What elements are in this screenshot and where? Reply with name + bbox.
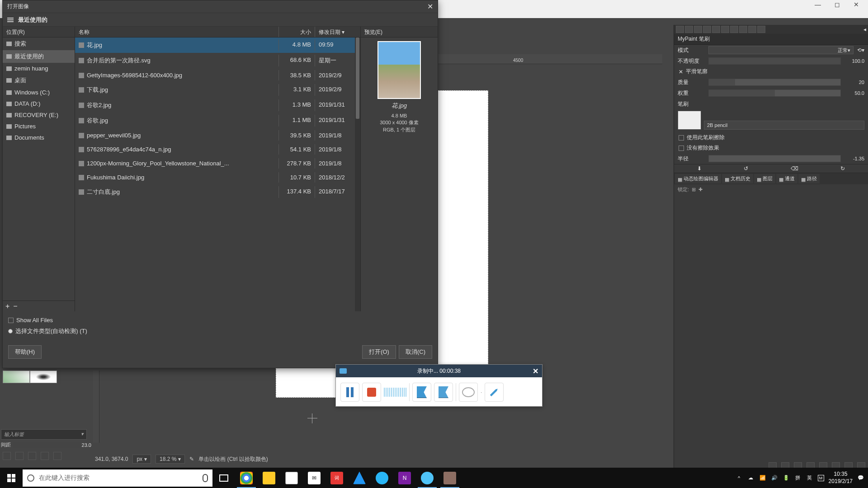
youdao-app-icon[interactable]: 词 [326,468,348,488]
panel-tab-icon[interactable] [721,26,729,33]
add-place-button[interactable]: + [5,302,9,310]
panel-tab-icon[interactable] [685,26,693,33]
taskbar-search[interactable]: 在此键入进行搜索 [23,469,212,487]
panel-tab-icon[interactable] [712,26,720,33]
help-button[interactable]: 帮助(H) [8,345,42,359]
panel-tab-icon[interactable] [703,26,711,33]
file-row[interactable]: 合并后的第一次路径.svg68.6 KB星期一 [75,53,360,68]
panel-tab-icon[interactable] [748,26,756,33]
col-header-date[interactable]: 修改日期 ▾ [315,27,360,37]
ime-mode-icon[interactable]: M [818,475,824,481]
panel-tab[interactable]: ▦路径 [798,174,820,183]
tray-overflow-icon[interactable]: ^ [736,474,743,482]
stop-recording-button[interactable] [362,383,381,402]
chrome-app-icon[interactable] [235,468,258,488]
scrollbar-thumb[interactable] [356,38,359,119]
panel-tab-icon[interactable] [730,26,738,33]
mail-app-icon[interactable]: ✉ [303,468,326,488]
file-row[interactable]: GettyImages-56985412-600x400.jpg38.5 KB2… [75,68,360,82]
brush-name-field[interactable]: 2B pencil [704,121,864,130]
panel-tab-icon[interactable] [694,26,702,33]
radius-slider[interactable] [708,155,841,162]
cancel-button[interactable]: 取消(C) [399,345,432,359]
reset-preset-icon[interactable]: ↺ [744,165,748,172]
taskbar-clock[interactable]: 10:35 2019/2/17 [829,471,853,485]
reset-all-icon[interactable]: ↻ [840,165,845,172]
brush-preview-thumb[interactable] [678,111,701,130]
tag-input[interactable]: 输入标签 ▾ [1,429,87,440]
start-button[interactable] [0,468,23,488]
sidebar-item[interactable]: 最近使用的 [3,50,75,63]
save-preset-icon[interactable]: ⬇ [697,165,702,172]
maximize-btn[interactable]: ◻ [835,1,840,8]
file-list-scrollbar[interactable] [355,38,360,311]
recording-close-button[interactable]: ✕ [533,367,538,375]
file-row[interactable]: 下载.jpg3.1 KB2019/2/9 [75,82,360,98]
panel-tab-icon[interactable] [757,26,765,33]
panel-menu-icon[interactable]: ◂ [863,26,866,33]
delete-preset-icon[interactable]: ⌫ [791,165,798,172]
file-row[interactable]: 5762878996_e54da4c74a_n.jpg54.1 KB2019/1… [75,142,360,156]
file-row[interactable]: Fukushima Daiichi.jpg10.7 KB2018/12/2 [75,170,360,184]
onenote-app-icon[interactable]: N [393,468,416,488]
file-row[interactable]: 花.jpg4.8 MB09:59 [75,38,360,53]
pause-recording-button[interactable] [340,383,359,402]
panel-tab[interactable]: ▦动态绘图编辑器 [675,174,721,183]
panel-tab[interactable]: ▦图层 [754,174,775,183]
gimp-app-icon[interactable] [439,468,461,488]
sidebar-item[interactable]: DATA (D:) [3,98,75,109]
show-all-files-checkbox[interactable] [8,318,14,323]
file-row[interactable]: 1200px-Morning_Glory_Pool_Yellowstone_Na… [75,156,360,170]
use-eraser-checkbox[interactable] [679,135,684,141]
battery-tray-icon[interactable]: 🔋 [783,474,790,482]
sidebar-item[interactable]: zemin huang [3,63,75,74]
dialog-titlebar[interactable]: 打开图像 ✕ [3,0,438,13]
lock-alpha-icon[interactable]: ✚ [698,187,703,192]
panel-tab-icon[interactable] [676,26,684,33]
filetype-expander[interactable] [8,329,13,333]
brush-thumb[interactable] [30,371,57,383]
sidebar-item[interactable]: Windows (C:) [3,87,75,98]
sidebar-item[interactable]: RECOVERY (E:) [3,109,75,121]
webcam-toggle-button[interactable] [459,383,478,402]
notifications-icon[interactable]: 💬 [857,474,864,482]
remove-place-button[interactable]: − [13,302,17,310]
file-row[interactable]: 谷歌.jpg1.1 MB2019/1/31 [75,113,360,128]
panel-tab[interactable]: ▦通道 [776,174,797,183]
close-btn[interactable]: ✕ [854,1,859,8]
recording-toolbar[interactable]: 录制中... 00:00:38 ✕ · [335,364,542,407]
weight-slider[interactable] [708,89,841,97]
store-app-icon[interactable] [280,468,303,488]
app-icon[interactable] [371,468,393,488]
ime-lang-icon[interactable]: 英 [806,474,813,482]
sidebar-item[interactable]: 桌面 [3,74,75,87]
brush-thumb[interactable] [3,371,30,383]
dialog-close-button[interactable]: ✕ [427,2,433,11]
col-header-size[interactable]: 大小 [279,27,315,37]
onedrive-tray-icon[interactable]: ☁ [747,474,755,482]
recorder-app-icon[interactable] [416,468,439,488]
opacity-slider[interactable] [708,57,841,65]
file-row[interactable]: 二寸白底.jpg137.4 KB2018/7/17 [75,184,360,200]
explorer-app-icon[interactable] [258,468,280,488]
unit-dropdown[interactable]: px▾ [132,455,151,464]
menu-dot-icon[interactable]: · [481,389,482,395]
wifi-tray-icon[interactable]: 📶 [759,474,766,482]
tool-action-btn[interactable] [53,452,61,460]
ime-pinyin-icon[interactable]: 拼 [794,474,802,482]
sidebar-item[interactable]: 搜索 [3,38,75,50]
lock-pixels-icon[interactable]: ⊞ [692,187,696,192]
file-row[interactable]: 谷歌2.jpg1.3 MB2019/1/31 [75,98,360,113]
microphone-icon[interactable] [203,474,208,482]
volume-tray-icon[interactable]: 🔊 [771,474,778,482]
open-button[interactable]: 打开(O) [362,345,396,359]
breadcrumb-text[interactable]: 最近使用的 [18,16,47,24]
zoom-dropdown[interactable]: 18.2 %▾ [156,455,185,464]
draw-button[interactable] [485,383,504,402]
minimize-btn[interactable]: — [815,1,821,8]
no-erase-effect-checkbox[interactable] [679,145,684,151]
task-view-button[interactable] [212,468,235,488]
sidebar-item[interactable]: Pictures [3,121,75,132]
marker-next-button[interactable] [434,383,453,402]
tool-action-btn[interactable] [15,452,24,460]
